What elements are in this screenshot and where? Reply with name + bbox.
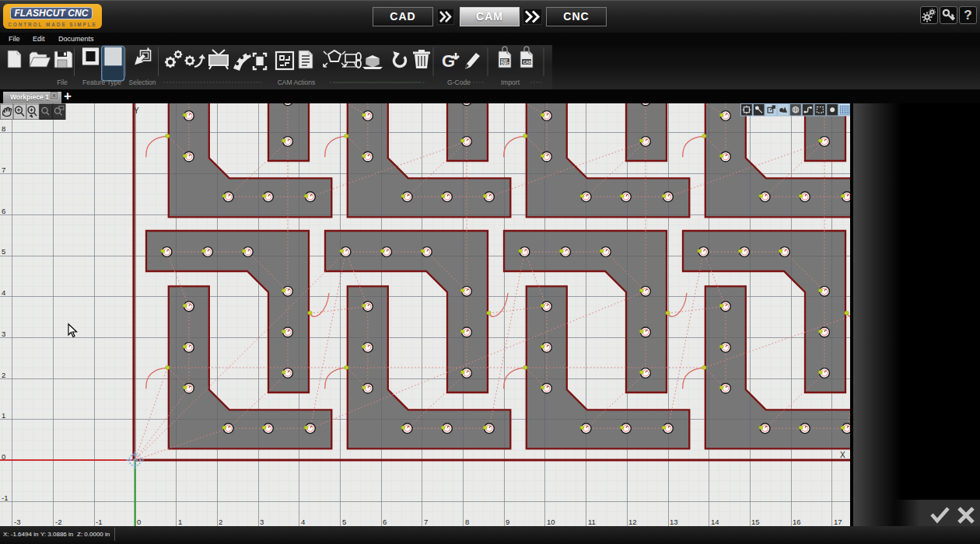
svg-text:9: 9: [506, 518, 509, 526]
svg-text:5: 5: [342, 518, 346, 526]
svg-text:-1: -1: [96, 518, 102, 526]
svg-text:13: 13: [670, 518, 678, 526]
svg-text:7: 7: [2, 166, 5, 174]
svg-text:1: 1: [2, 411, 5, 420]
svg-text:6: 6: [2, 207, 5, 215]
svg-text:Selection: Selection: [129, 78, 156, 86]
svg-text:3: 3: [2, 330, 5, 338]
svg-text:2: 2: [2, 371, 5, 379]
svg-text:3: 3: [260, 518, 264, 526]
svg-text:G-Code: G-Code: [447, 78, 471, 86]
svg-text:File: File: [57, 78, 68, 86]
svg-text:2: 2: [219, 518, 222, 526]
svg-text:11: 11: [588, 518, 596, 526]
svg-text:CAD: CAD: [523, 61, 532, 65]
svg-text:15: 15: [751, 518, 760, 526]
svg-text:0: 0: [137, 518, 141, 526]
svg-text:16: 16: [793, 518, 801, 526]
svg-text:5: 5: [2, 247, 5, 256]
svg-text:G: G: [442, 51, 455, 71]
svg-text:?: ?: [964, 8, 971, 23]
svg-text:Feature Type: Feature Type: [82, 78, 121, 86]
svg-text:-2: -2: [55, 518, 61, 526]
svg-text:DWG: DWG: [501, 62, 509, 66]
svg-text:0: 0: [2, 452, 5, 461]
svg-text:10: 10: [547, 518, 555, 526]
svg-text:4: 4: [2, 288, 5, 297]
svg-text:6: 6: [383, 518, 387, 526]
svg-text:-1: -1: [2, 493, 8, 502]
svg-text:8: 8: [2, 124, 5, 133]
svg-text:Import: Import: [501, 78, 520, 86]
svg-text:7: 7: [424, 518, 428, 526]
svg-text:1: 1: [178, 518, 182, 526]
svg-text:14: 14: [711, 518, 719, 526]
svg-text:4: 4: [301, 518, 305, 526]
svg-text:12: 12: [628, 518, 637, 526]
svg-text:CAM Actions: CAM Actions: [278, 78, 316, 86]
svg-text:-3: -3: [14, 518, 20, 526]
svg-text:Y: Y: [134, 106, 139, 115]
svg-text:X: X: [840, 451, 845, 459]
svg-text:8: 8: [465, 518, 469, 526]
svg-text:17: 17: [834, 518, 842, 526]
